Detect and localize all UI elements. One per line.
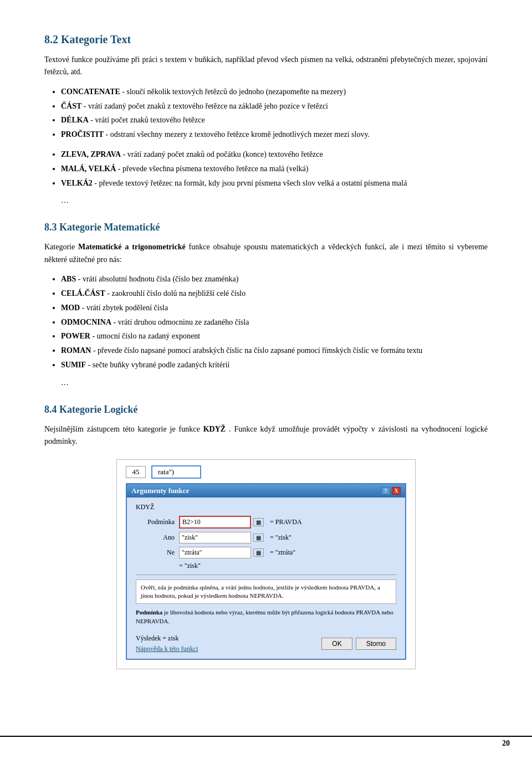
- term-delka-desc: - vrátí počet znaků textového řetězce: [90, 116, 204, 124]
- term-mala-velka-desc: - převede všechna písmena textového řetě…: [118, 165, 309, 173]
- dialog-footer-right: OK Storno: [321, 638, 396, 650]
- term-concatenate: CONCATENATE: [61, 88, 120, 96]
- ok-button[interactable]: OK: [321, 638, 352, 650]
- section-82: 8.2 Kategorie Text Textové funkce použív…: [44, 33, 488, 205]
- input-podminka[interactable]: B2>10: [179, 516, 251, 529]
- term-odmocnina-desc: - vrátí druhou odmocninu ze zadaného čís…: [114, 318, 249, 326]
- list-item: DÉLKA - vrátí počet znaků textového řetě…: [61, 114, 488, 127]
- term-mod-desc: - vrátí zbytek podělení čísla: [82, 304, 168, 312]
- dialog-overall-result: = "zisk": [179, 562, 201, 570]
- list-item: ODMOCNINA - vrátí druhou odmocninu ze za…: [61, 316, 488, 329]
- term-roman: ROMAN: [61, 346, 91, 355]
- ref-btn-podminka[interactable]: ▦: [253, 518, 264, 526]
- storno-button[interactable]: Storno: [356, 638, 396, 650]
- term-concatenate-desc: - sloučí několik textových řetězců do je…: [122, 88, 346, 96]
- dialog-footer: Výsledek = zisk Nápověda k této funkci O…: [127, 631, 405, 659]
- term-sumif: SUMIF: [61, 361, 86, 369]
- formula-bar: rata"): [151, 465, 201, 479]
- list-item: MOD - vrátí zbytek podělení čísla: [61, 301, 488, 315]
- dialog-body: KDYŽ Podmínka B2>10 ▦ = PRAVDA: [127, 498, 405, 632]
- input-ne[interactable]: "ztráta": [179, 547, 251, 558]
- term-power-desc: - umocní číslo na zadaný exponent: [92, 332, 200, 340]
- dialog-window: Argumenty funkce ? X KDYŽ Podmínka: [126, 483, 406, 660]
- term-cast-desc: - vrátí zadaný počet znaků z textového ř…: [84, 102, 328, 110]
- row-label-podminka: Podmínka: [136, 518, 175, 526]
- dialog-separator: [136, 575, 396, 575]
- list-item: ABS - vrátí absolutní hodnotu čísla (čís…: [61, 273, 488, 286]
- intro-84: Nejsilnějším zástupcem této kategorie je…: [44, 423, 488, 448]
- dialog-title: Argumenty funkce: [131, 486, 189, 495]
- ref-btn-ano[interactable]: ▦: [253, 534, 264, 542]
- term-procistit-desc: - odstraní všechny mezery z textového ře…: [106, 130, 370, 139]
- intro-84-p1: Nejsilnějším zástupcem této kategorie je…: [44, 425, 203, 433]
- list-item: SUMIF - sečte buňky vybrané podle zadaný…: [61, 358, 488, 372]
- term-velka2-desc: - převede textový řetězec na formát, kdy…: [94, 179, 407, 187]
- list-item: POWER - umocní číslo na zadaný exponent: [61, 330, 488, 343]
- term-delka: DÉLKA: [61, 116, 89, 124]
- list-item: PROČISTIT - odstraní všechny mezery z te…: [61, 128, 488, 141]
- list-item: ZLEVA, ZPRAVA - vrátí zadaný počet znaků…: [61, 148, 488, 161]
- ellipsis-82: …: [61, 196, 488, 205]
- dialog-row-ne: Ne "ztráta" ▦ = "ztráta": [136, 547, 396, 558]
- list-item: CELÁ.ČÁST - zaokrouhlí číslo dolů na nej…: [61, 287, 488, 300]
- dialog-desc-text: Ověří, zda je podmínka splněna, a vrátí …: [141, 584, 380, 599]
- list-item: ROMAN - převede číslo napsané pomocí ara…: [61, 344, 488, 357]
- heading-83: 8.3 Kategorie Matematické: [44, 222, 488, 233]
- term-cela-cast: CELÁ.ČÁST: [61, 289, 105, 298]
- term-power: POWER: [61, 332, 90, 340]
- close-button[interactable]: X: [392, 487, 401, 495]
- dialog-row-ano: Ano "zisk" ▦ = "zisk": [136, 532, 396, 543]
- cell-area: 45 rata"): [126, 465, 406, 479]
- input-area-ano: "zisk" ▦: [179, 532, 264, 543]
- spreadsheet-bg: 45 rata") Argumenty funkce ? X: [116, 459, 416, 670]
- heading-84: 8.4 Kategorie Logické: [44, 404, 488, 416]
- input-ano[interactable]: "zisk": [179, 532, 251, 543]
- term-procistit: PROČISTIT: [61, 130, 104, 139]
- term-mod: MOD: [61, 304, 80, 312]
- bottom-line: [0, 736, 532, 737]
- list-item: ČÁST - vrátí zadaný počet znaků z textov…: [61, 100, 488, 113]
- term-cast: ČÁST: [61, 102, 81, 110]
- term-cela-cast-desc: - zaokrouhlí číslo dolů na nejbližší cel…: [107, 289, 245, 298]
- bullets-82-1: CONCATENATE - sloučí několik textových ř…: [61, 85, 488, 141]
- term-abs-desc: - vrátí absolutní hodnotu čísla (číslo b…: [78, 275, 239, 283]
- dialog-desc-box: Ověří, zda je podmínka splněna, a vrátí …: [136, 579, 396, 604]
- dialog-function-label: KDYŽ: [136, 503, 396, 511]
- section-84: 8.4 Kategorie Logické Nejsilnějším zástu…: [44, 404, 488, 669]
- vysledek-label: Výsledek =: [136, 634, 168, 642]
- term-abs: ABS: [61, 275, 76, 283]
- term-odmocnina: ODMOCNINA: [61, 318, 111, 326]
- napoveda-link[interactable]: Nápověda k této funkci: [136, 645, 198, 653]
- intro-83: Kategorie Matematické a trigonometrické …: [44, 241, 488, 266]
- term-mala-velka: MALÁ, VELKÁ: [61, 165, 116, 173]
- ellipsis-83: …: [61, 378, 488, 387]
- term-zleva: ZLEVA, ZPRAVA: [61, 150, 121, 158]
- dialog-overall-result-row: = "zisk": [136, 562, 396, 570]
- vysledek-value: zisk: [168, 634, 178, 642]
- dialog-titlebar-buttons: ? X: [381, 487, 401, 495]
- heading-82: 8.2 Kategorie Text: [44, 33, 488, 46]
- term-sumif-desc: - sečte buňky vybrané podle zadaných kri…: [88, 361, 230, 369]
- help-button[interactable]: ?: [381, 487, 390, 495]
- dialog-help-body: je libovolná hodnota nebo výraz, kterému…: [136, 609, 393, 624]
- dialog-screenshot: 45 rata") Argumenty funkce ? X: [116, 459, 416, 670]
- vysledek-row: Výsledek = zisk: [136, 634, 198, 643]
- list-item: VELKÁ2 - převede textový řetězec na form…: [61, 177, 488, 190]
- dialog-help-label: Podmínka: [136, 609, 162, 616]
- list-item: CONCATENATE - sloučí několik textových ř…: [61, 85, 488, 99]
- page-number: 20: [502, 739, 510, 748]
- equals-podminka: = PRAVDA: [268, 518, 302, 526]
- term-zleva-desc: - vrátí zadaný počet znaků od počátku (k…: [123, 150, 323, 158]
- equals-ano: = "zisk": [268, 534, 291, 542]
- dialog-titlebar: Argumenty funkce ? X: [127, 484, 405, 498]
- ref-btn-ne[interactable]: ▦: [253, 548, 264, 557]
- row-label-ne: Ne: [136, 548, 175, 557]
- term-roman-desc: - převede číslo napsané pomocí arabských…: [93, 346, 422, 355]
- intro-82: Textové funkce používáme při práci s tex…: [44, 54, 488, 79]
- cell-value: 45: [126, 466, 146, 478]
- section-83: 8.3 Kategorie Matematické Kategorie Mate…: [44, 222, 488, 387]
- input-area-podminka: B2>10 ▦: [179, 516, 264, 529]
- bullets-83: ABS - vrátí absolutní hodnotu čísla (čís…: [61, 273, 488, 372]
- dialog-footer-left: Výsledek = zisk Nápověda k této funkci: [136, 634, 198, 653]
- dialog-help-text: Podmínka je libovolná hodnota nebo výraz…: [136, 608, 396, 625]
